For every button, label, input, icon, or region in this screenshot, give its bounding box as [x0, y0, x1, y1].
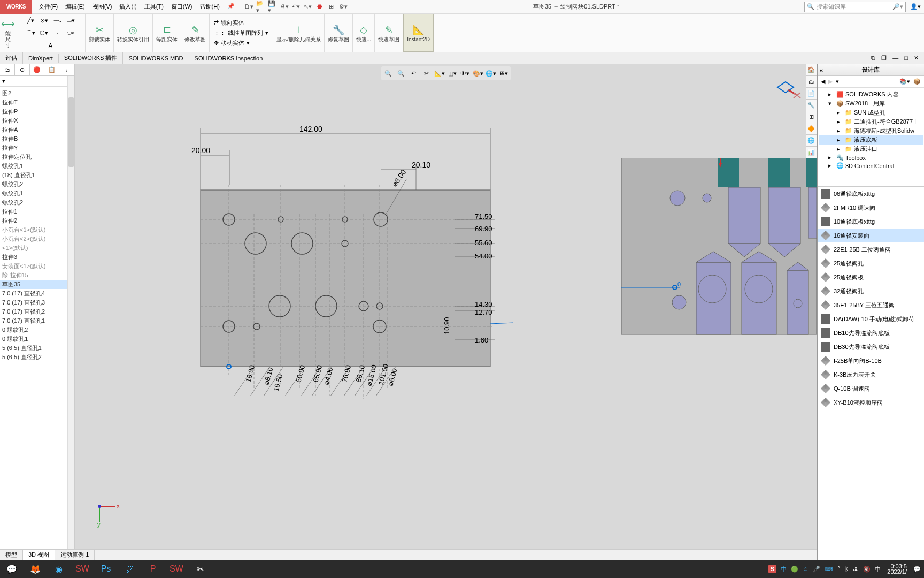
select-icon[interactable]: ↖▾: [303, 2, 313, 12]
chevron-down-icon[interactable]: ▾: [265, 29, 268, 36]
ft-item[interactable]: (18) 直径孔1: [0, 171, 74, 180]
lib-tree-item[interactable]: ▸🟥SOLIDWORKS 内容: [819, 90, 923, 99]
drop-icon[interactable]: ▾: [836, 78, 839, 85]
render-icon[interactable]: 🖥▾: [498, 68, 509, 79]
menu-file[interactable]: 文件(F): [36, 1, 60, 13]
zoom-area-icon[interactable]: 🔍: [396, 68, 406, 79]
offset-button[interactable]: ⊏等距实体: [153, 14, 181, 52]
search-go-icon[interactable]: 🔎▾: [892, 3, 903, 10]
tab-motion[interactable]: 运动算例 1: [55, 550, 95, 560]
tab-model[interactable]: 模型: [0, 550, 23, 560]
side-tab[interactable]: 🔧: [806, 100, 817, 111]
ft-item[interactable]: 螺纹孔1: [0, 162, 74, 171]
taskbar-clock[interactable]: 0:03:52022/1/: [885, 562, 909, 575]
menu-edit[interactable]: 编辑(E): [63, 1, 87, 13]
minimize-icon[interactable]: —: [890, 54, 900, 63]
tray-sync-icon[interactable]: 🟢: [791, 566, 798, 573]
collapse-icon[interactable]: «: [820, 67, 823, 73]
tab-evaluate[interactable]: 评估: [0, 52, 23, 64]
section-icon[interactable]: ✂: [421, 68, 432, 79]
lib-tree-item[interactable]: ▸📁海德福斯-成型孔Solidw: [819, 126, 923, 135]
smart-dimension-button[interactable]: ⟷ 能尺寸: [0, 14, 16, 52]
lib-tree-item[interactable]: ▸🔩Toolbox: [819, 154, 923, 162]
ft-item[interactable]: 7.0 (17) 直径孔1: [0, 316, 74, 325]
side-tab[interactable]: 📄: [806, 88, 817, 100]
tab-mbd[interactable]: SOLIDWORKS MBD: [123, 54, 189, 63]
relations-button[interactable]: ⊥显示/删除几何关系: [273, 14, 325, 52]
quicksnap-button[interactable]: ◇快速...: [353, 14, 375, 52]
save-icon[interactable]: 💾▾: [268, 2, 278, 12]
lib-part-item[interactable]: 25通径阀板: [818, 270, 924, 284]
ft-item[interactable]: 拉伸T: [0, 98, 74, 107]
tray-notif-icon[interactable]: 💬: [913, 566, 921, 573]
window-new-icon[interactable]: ⧉: [869, 54, 877, 63]
settings-icon[interactable]: ⚙▾: [338, 2, 348, 12]
prev-view-icon[interactable]: ↶: [409, 68, 419, 79]
ft-item[interactable]: 拉伸X: [0, 116, 74, 125]
spline-icon[interactable]: 〰▾: [51, 16, 63, 26]
modify-sketch-button[interactable]: ✎修改草图: [181, 14, 210, 52]
taskbar-app1[interactable]: ◉: [47, 560, 71, 578]
line-icon[interactable]: ╱▾: [25, 16, 36, 26]
ft-item[interactable]: 拉伸Y: [0, 143, 74, 153]
rebuild-icon[interactable]: ⬣: [315, 2, 325, 12]
options-icon[interactable]: ⊞: [327, 2, 336, 12]
graphics-viewport[interactable]: 🔍 🔍 ↶ ✂ 📐▾ ◫▾ 👁▾ 🎨▾ 🌐▾ 🖥▾: [75, 64, 817, 560]
ft-tab-feature[interactable]: 🗂: [0, 64, 15, 75]
lib-tree-item[interactable]: ▸📁二通插孔-符合GB2877 I: [819, 117, 923, 126]
menu-view[interactable]: 视图(V): [90, 1, 114, 13]
lib-part-item[interactable]: I-25B单向阀B-10B: [818, 354, 924, 368]
user-icon[interactable]: 👤▾: [910, 3, 921, 10]
ft-tab-more[interactable]: ›: [59, 64, 74, 75]
side-tab[interactable]: 🏠: [806, 64, 817, 76]
ft-item[interactable]: 5 (6.5) 直径孔1: [0, 344, 74, 353]
window-cascade-icon[interactable]: ❐: [879, 54, 889, 63]
taskbar-browser[interactable]: 🦊: [24, 560, 47, 578]
lib-part-item[interactable]: 16通径安装面: [818, 229, 924, 242]
zoom-fit-icon[interactable]: 🔍: [383, 68, 394, 79]
lib-part-item[interactable]: K-3B压力表开关: [818, 368, 924, 382]
lib-part-item[interactable]: Q-10B 调速阀: [818, 382, 924, 396]
poly-icon[interactable]: ⬡▾: [38, 28, 50, 39]
fwd-icon[interactable]: ▶: [828, 78, 833, 85]
ft-item[interactable]: 螺纹孔1: [0, 189, 74, 198]
close-icon[interactable]: ✕: [912, 54, 921, 63]
lib-part-item[interactable]: DB30先导溢流阀底板: [818, 340, 924, 354]
lib-part-item[interactable]: DA(DAW)-10 手动(电磁)式卸荷: [818, 312, 924, 326]
lib-stack-icon[interactable]: 📚▾: [899, 78, 910, 85]
lib-part-item[interactable]: 22E1-25B 二位两通阀: [818, 242, 924, 256]
lib-part-item[interactable]: 06通径底板xtttg: [818, 187, 924, 201]
appearance-icon[interactable]: 🎨▾: [473, 68, 483, 79]
ft-item[interactable]: 小沉台<2>(默认): [0, 234, 74, 244]
ft-item[interactable]: <1>(默认): [0, 244, 74, 253]
quick-sketch-button[interactable]: ✎快速草图: [375, 14, 403, 52]
tab-dimxpert[interactable]: DimXpert: [23, 54, 59, 63]
ft-item[interactable]: 草图35: [0, 280, 74, 289]
ft-item[interactable]: 安装面<1>(默认): [0, 262, 74, 271]
ft-item[interactable]: 拉伸2: [0, 216, 74, 225]
lib-part-item[interactable]: 10通径底板xtttg: [818, 215, 924, 229]
lib-add-icon[interactable]: 📦: [913, 78, 921, 85]
ime-indicator[interactable]: S: [768, 565, 776, 573]
side-tab[interactable]: 📊: [806, 147, 817, 158]
trim-button[interactable]: ✂剪裁实体: [86, 14, 114, 52]
arc-icon[interactable]: ⌒▾: [25, 28, 36, 39]
repair-button[interactable]: 🔧修复草图: [325, 14, 353, 52]
ft-item[interactable]: 螺纹孔2: [0, 198, 74, 207]
ft-tab-dim[interactable]: 📋: [44, 64, 59, 75]
taskbar-ps[interactable]: Ps: [94, 560, 118, 578]
side-tab[interactable]: ⊞: [806, 111, 817, 123]
tab-3dview[interactable]: 3D 视图: [23, 550, 55, 560]
lang-indicator[interactable]: 中: [781, 565, 787, 573]
move-button[interactable]: ✥移动实体▾: [214, 39, 250, 47]
ft-item[interactable]: 拉伸3: [0, 253, 74, 262]
taskbar-sw2[interactable]: SW: [165, 560, 188, 578]
taskbar-app2[interactable]: 🕊: [118, 560, 141, 578]
lib-part-item[interactable]: XY-B10液控顺序阀: [818, 396, 924, 409]
ft-item[interactable]: 图2: [0, 89, 74, 98]
lib-part-item[interactable]: 25通径阀孔: [818, 256, 924, 270]
view-orient-icon[interactable]: 📐▾: [434, 68, 445, 79]
pattern-button[interactable]: ⋮⋮线性草图阵列▾: [214, 29, 268, 37]
taskbar-ppt[interactable]: P: [141, 560, 165, 578]
maximize-icon[interactable]: □: [902, 54, 910, 63]
